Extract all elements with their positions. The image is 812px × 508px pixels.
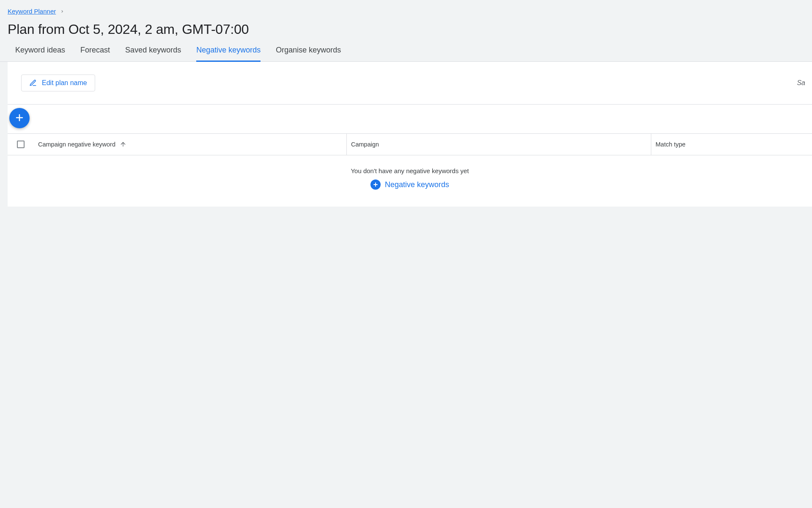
tab-keyword-ideas[interactable]: Keyword ideas xyxy=(15,46,65,62)
arrow-up-icon xyxy=(120,141,126,148)
tab-negative-keywords[interactable]: Negative keywords xyxy=(196,46,261,62)
tab-forecast[interactable]: Forecast xyxy=(80,46,110,62)
chevron-right-icon xyxy=(60,8,64,15)
tab-saved-keywords[interactable]: Saved keywords xyxy=(125,46,181,62)
breadcrumb-parent-link[interactable]: Keyword Planner xyxy=(8,8,56,15)
column-header-campaign[interactable]: Campaign xyxy=(347,134,651,155)
page-title: Plan from Oct 5, 2024, 2 am, GMT-07:00 xyxy=(0,15,812,46)
column-header-match-type-label: Match type xyxy=(656,141,686,148)
edit-plan-name-button[interactable]: Edit plan name xyxy=(21,75,95,91)
plus-icon xyxy=(14,113,25,124)
page-root: Keyword Planner Plan from Oct 5, 2024, 2… xyxy=(0,0,812,207)
table-header: Campaign negative keyword Campaign Match… xyxy=(8,133,812,155)
save-status-text: Sa xyxy=(797,79,805,87)
add-negative-keywords-label: Negative keywords xyxy=(385,180,449,189)
column-header-match-type[interactable]: Match type xyxy=(651,134,812,155)
add-negative-keyword-fab[interactable] xyxy=(9,108,30,128)
column-header-keyword-label: Campaign negative keyword xyxy=(38,141,115,148)
toolbar: Edit plan name Sa xyxy=(8,62,812,105)
breadcrumb: Keyword Planner xyxy=(0,0,812,15)
fab-row xyxy=(8,105,812,133)
empty-state-message: You don't have any negative keywords yet xyxy=(8,167,812,174)
add-negative-keywords-link[interactable]: Negative keywords xyxy=(370,179,449,190)
content-panel: Edit plan name Sa Campaign negative keyw… xyxy=(8,62,812,207)
column-header-campaign-label: Campaign xyxy=(351,141,379,148)
tabs: Keyword ideas Forecast Saved keywords Ne… xyxy=(0,46,812,62)
column-header-keyword[interactable]: Campaign negative keyword xyxy=(34,134,347,155)
select-all-checkbox[interactable] xyxy=(17,141,25,148)
select-all-cell xyxy=(8,134,34,155)
tab-organise-keywords[interactable]: Organise keywords xyxy=(276,46,341,62)
pencil-icon xyxy=(29,79,37,87)
empty-state: You don't have any negative keywords yet… xyxy=(8,155,812,207)
plus-circle-icon xyxy=(370,179,381,190)
edit-plan-name-label: Edit plan name xyxy=(42,79,87,87)
